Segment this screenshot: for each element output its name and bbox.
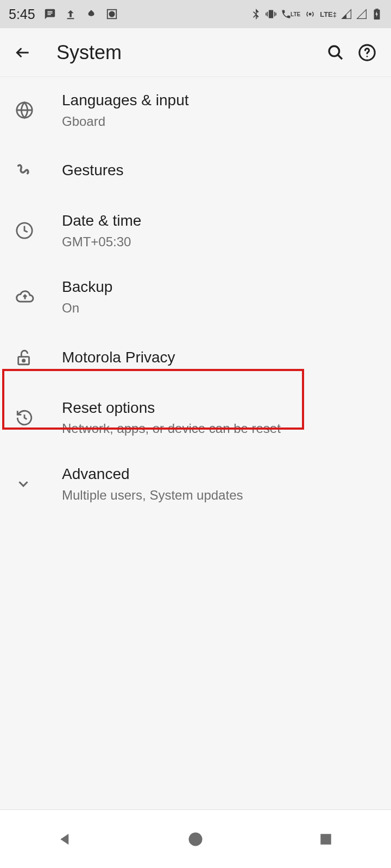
nav-recent-button[interactable] — [304, 823, 348, 856]
item-gestures[interactable]: Gestures — [0, 143, 391, 197]
svg-point-1 — [109, 11, 114, 16]
setting-title: Reset options — [62, 398, 281, 418]
item-motorola-privacy[interactable]: Motorola Privacy — [0, 330, 391, 385]
settings-list: Languages & input Gboard Gestures Date &… — [0, 77, 391, 517]
setting-subtitle: Multiple users, System updates — [62, 487, 243, 504]
signal-icon-2 — [356, 9, 367, 20]
item-advanced[interactable]: Advanced Multiple users, System updates — [0, 451, 391, 517]
item-backup[interactable]: Backup On — [0, 264, 391, 330]
help-button[interactable] — [354, 40, 380, 66]
unlock-icon — [15, 348, 46, 367]
svg-rect-13 — [320, 834, 331, 845]
app-bar: System — [0, 28, 391, 77]
bluetooth-icon — [250, 9, 261, 20]
upload-icon — [65, 8, 77, 20]
back-button[interactable] — [11, 41, 35, 65]
setting-subtitle: GMT+05:30 — [62, 233, 141, 251]
cloud-upload-icon — [15, 287, 46, 307]
setting-title: Date & time — [62, 210, 141, 231]
status-time: 5:45 — [9, 7, 35, 22]
setting-title: Gestures — [62, 160, 124, 181]
status-left: 5:45 — [9, 7, 118, 22]
setting-subtitle: On — [62, 299, 112, 317]
setting-title: Motorola Privacy — [62, 347, 175, 368]
item-reset-options[interactable]: Reset options Network, apps, or device c… — [0, 385, 391, 451]
search-button[interactable] — [323, 40, 349, 66]
page-title: System — [56, 41, 317, 64]
screenshot-icon — [106, 8, 118, 20]
hotspot-icon — [305, 9, 316, 20]
nav-home-button[interactable] — [174, 823, 217, 856]
svg-rect-4 — [375, 9, 378, 10]
globe-icon — [15, 101, 46, 119]
svg-point-7 — [367, 55, 368, 57]
signal-icon-1 — [341, 9, 352, 20]
setting-title: Advanced — [62, 464, 243, 484]
clock-icon — [15, 221, 46, 240]
status-bar: 5:45 LTE LTE‡ — [0, 0, 391, 28]
message-icon — [44, 8, 56, 20]
item-languages-input[interactable]: Languages & input Gboard — [0, 77, 391, 143]
chevron-down-icon — [15, 476, 46, 492]
setting-title: Backup — [62, 277, 112, 297]
vibrate-icon — [266, 9, 276, 20]
svg-point-12 — [189, 832, 203, 846]
lte-indicator: LTE‡ — [320, 10, 337, 18]
status-right: LTE LTE‡ — [250, 9, 382, 20]
nav-back-button[interactable] — [43, 823, 87, 856]
svg-point-5 — [329, 46, 339, 56]
svg-point-11 — [22, 359, 24, 361]
setting-title: Languages & input — [62, 90, 189, 111]
app-icon — [85, 8, 97, 20]
svg-point-2 — [310, 13, 311, 15]
item-date-time[interactable]: Date & time GMT+05:30 — [0, 197, 391, 264]
setting-subtitle: Network, apps, or device can be reset — [62, 420, 281, 437]
restore-icon — [15, 409, 46, 427]
gesture-icon — [15, 161, 46, 180]
battery-charging-icon — [371, 9, 382, 20]
volte-icon: LTE — [281, 9, 300, 20]
setting-subtitle: Gboard — [62, 113, 189, 130]
navigation-bar — [0, 809, 391, 868]
